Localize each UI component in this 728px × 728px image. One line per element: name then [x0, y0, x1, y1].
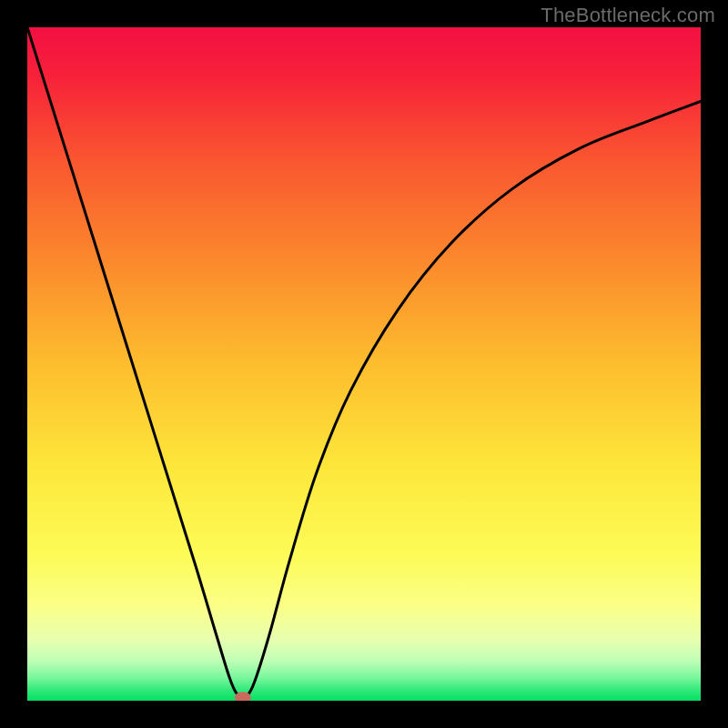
chart-frame: TheBottleneck.com — [0, 0, 728, 728]
watermark-text: TheBottleneck.com — [541, 4, 715, 27]
plot-area — [27, 27, 701, 701]
chart-svg — [27, 27, 701, 701]
